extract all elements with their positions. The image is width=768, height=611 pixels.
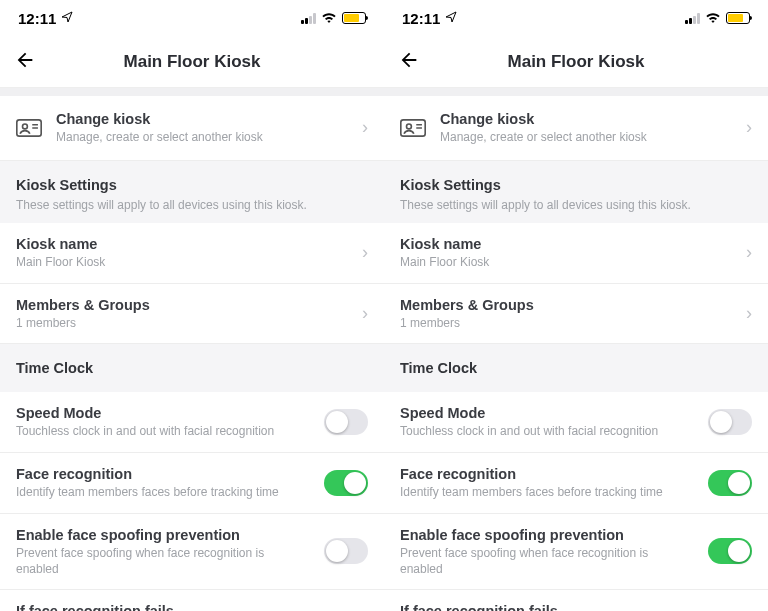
status-time: 12:11 [402, 10, 440, 27]
kiosk-icon [16, 117, 42, 139]
status-bar: 12:11 [384, 0, 768, 36]
speed-mode-row: Speed Mode Touchless clock in and out wi… [384, 392, 768, 453]
face-recognition-sub: Identify team members faces before track… [16, 485, 310, 501]
time-clock-title: Time Clock [16, 360, 368, 376]
change-kiosk-sub: Manage, create or select another kiosk [440, 130, 732, 146]
spoof-prevention-row: Enable face spoofing prevention Prevent … [384, 514, 768, 590]
status-time-group: 12:11 [18, 10, 73, 27]
face-fail-row[interactable]: If face recognition fails... Choose to b… [0, 590, 384, 611]
spoof-prevention-row: Enable face spoofing prevention Prevent … [0, 514, 384, 590]
kiosk-name-row[interactable]: Kiosk name Main Floor Kiosk › [0, 223, 384, 284]
kiosk-name-value: Main Floor Kiosk [16, 255, 348, 271]
time-clock-header: Time Clock [0, 344, 384, 392]
change-kiosk-title: Change kiosk [440, 110, 732, 128]
face-recognition-title: Face recognition [16, 465, 310, 483]
chevron-right-icon: › [746, 117, 752, 138]
kiosk-settings-title: Kiosk Settings [400, 177, 752, 193]
members-title: Members & Groups [16, 296, 348, 314]
face-fail-title: If face recognition fails... [400, 602, 683, 611]
kiosk-settings-sub: These settings will apply to all devices… [400, 197, 752, 213]
members-row[interactable]: Members & Groups 1 members › [384, 284, 768, 345]
chevron-right-icon: › [746, 242, 752, 263]
speed-mode-toggle[interactable] [708, 409, 752, 435]
kiosk-settings-sub: These settings will apply to all devices… [16, 197, 368, 213]
page-title: Main Floor Kiosk [508, 52, 645, 72]
screen-left: 12:11 Main Floor Kiosk Change kiosk Mana… [0, 0, 384, 611]
back-button[interactable] [398, 49, 420, 75]
separator [0, 88, 384, 96]
status-right [301, 11, 366, 26]
speed-mode-sub: Touchless clock in and out with facial r… [400, 424, 694, 440]
spoof-prevention-title: Enable face spoofing prevention [16, 526, 310, 544]
face-recognition-sub: Identify team members faces before track… [400, 485, 694, 501]
header: Main Floor Kiosk [0, 36, 384, 88]
header: Main Floor Kiosk [384, 36, 768, 88]
kiosk-settings-header: Kiosk Settings These settings will apply… [0, 161, 384, 223]
kiosk-name-value: Main Floor Kiosk [400, 255, 732, 271]
face-recognition-toggle[interactable] [324, 470, 368, 496]
spoof-prevention-toggle[interactable] [708, 538, 752, 564]
status-time: 12:11 [18, 10, 56, 27]
status-time-group: 12:11 [402, 10, 457, 27]
kiosk-name-title: Kiosk name [16, 235, 348, 253]
signal-icon [301, 13, 316, 24]
svg-point-1 [23, 124, 28, 129]
chevron-right-icon: › [362, 303, 368, 324]
chevron-right-icon: › [362, 117, 368, 138]
kiosk-settings-title: Kiosk Settings [16, 177, 368, 193]
speed-mode-toggle[interactable] [324, 409, 368, 435]
speed-mode-row: Speed Mode Touchless clock in and out wi… [0, 392, 384, 453]
location-icon [61, 11, 73, 26]
members-title: Members & Groups [400, 296, 732, 314]
change-kiosk-title: Change kiosk [56, 110, 348, 128]
face-fail-row[interactable]: If face recognition fails... Choose to b… [384, 590, 768, 611]
signal-icon [685, 13, 700, 24]
wifi-icon [705, 11, 721, 26]
chevron-right-icon: › [362, 242, 368, 263]
separator [384, 88, 768, 96]
members-row[interactable]: Members & Groups 1 members › [0, 284, 384, 345]
change-kiosk-sub: Manage, create or select another kiosk [56, 130, 348, 146]
change-kiosk-row[interactable]: Change kiosk Manage, create or select an… [384, 96, 768, 161]
battery-icon [342, 12, 366, 24]
wifi-icon [321, 11, 337, 26]
face-recognition-toggle[interactable] [708, 470, 752, 496]
svg-point-3 [407, 124, 412, 129]
spoof-prevention-toggle[interactable] [324, 538, 368, 564]
kiosk-settings-header: Kiosk Settings These settings will apply… [384, 161, 768, 223]
status-right [685, 11, 750, 26]
spoof-prevention-sub: Prevent face spoofing when face recognit… [400, 546, 694, 577]
face-recognition-row: Face recognition Identify team members f… [384, 453, 768, 514]
speed-mode-sub: Touchless clock in and out with facial r… [16, 424, 310, 440]
time-clock-title: Time Clock [400, 360, 752, 376]
time-clock-header: Time Clock [384, 344, 768, 392]
members-value: 1 members [400, 316, 732, 332]
battery-icon [726, 12, 750, 24]
face-recognition-row: Face recognition Identify team members f… [0, 453, 384, 514]
status-bar: 12:11 [0, 0, 384, 36]
members-value: 1 members [16, 316, 348, 332]
speed-mode-title: Speed Mode [400, 404, 694, 422]
screen-right: 12:11 Main Floor Kiosk Change kiosk Mana… [384, 0, 768, 611]
change-kiosk-row[interactable]: Change kiosk Manage, create or select an… [0, 96, 384, 161]
speed-mode-title: Speed Mode [16, 404, 310, 422]
kiosk-icon [400, 117, 426, 139]
face-fail-title: If face recognition fails... [16, 602, 299, 611]
location-icon [445, 11, 457, 26]
page-title: Main Floor Kiosk [124, 52, 261, 72]
chevron-right-icon: › [746, 303, 752, 324]
kiosk-name-title: Kiosk name [400, 235, 732, 253]
face-recognition-title: Face recognition [400, 465, 694, 483]
spoof-prevention-sub: Prevent face spoofing when face recognit… [16, 546, 310, 577]
back-button[interactable] [14, 49, 36, 75]
kiosk-name-row[interactable]: Kiosk name Main Floor Kiosk › [384, 223, 768, 284]
spoof-prevention-title: Enable face spoofing prevention [400, 526, 694, 544]
